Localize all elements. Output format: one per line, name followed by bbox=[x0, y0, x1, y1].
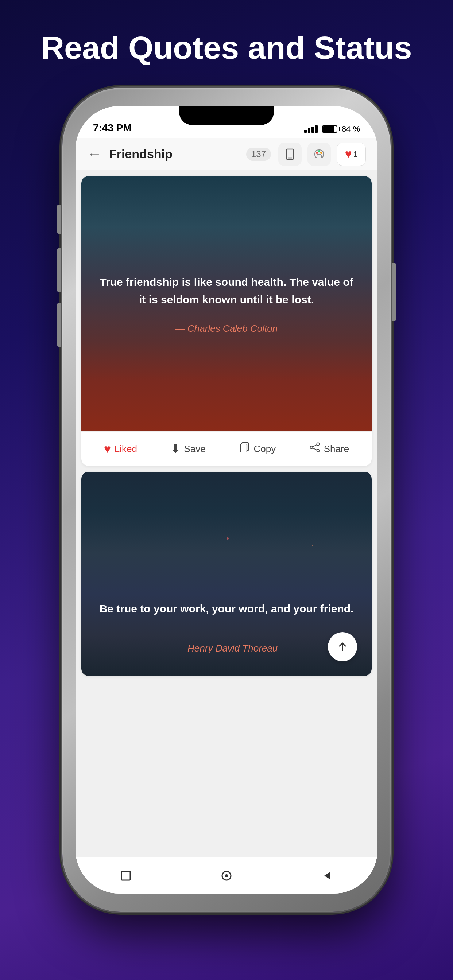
svg-point-16 bbox=[225, 874, 228, 877]
nav-bar: ← Friendship 137 bbox=[75, 138, 378, 170]
phone-screen: 7:43 PM 84 % ← Friendship 137 bbox=[75, 106, 378, 894]
quote-count-badge: 137 bbox=[246, 148, 271, 161]
nav-icons: ♥ 1 bbox=[278, 143, 366, 166]
svg-point-8 bbox=[317, 443, 319, 445]
quote-author-1: — Charles Caleb Colton bbox=[175, 323, 278, 334]
like-label-1: Liked bbox=[115, 443, 137, 455]
quote-card-1: True friendship is like sound health. Th… bbox=[81, 176, 372, 466]
status-time: 7:43 PM bbox=[93, 122, 132, 134]
quote-author-2: — Henry David Thoreau bbox=[175, 643, 278, 654]
copy-label-1: Copy bbox=[254, 443, 276, 455]
svg-rect-7 bbox=[240, 444, 247, 452]
copy-icon bbox=[239, 442, 250, 456]
save-button-1[interactable]: ⬇ Save bbox=[171, 442, 206, 456]
quote-text-1: True friendship is like sound health. Th… bbox=[81, 274, 372, 309]
bottom-square-button[interactable] bbox=[116, 865, 136, 886]
svg-line-11 bbox=[313, 445, 317, 447]
svg-point-10 bbox=[317, 450, 319, 452]
battery-percent: 84 % bbox=[342, 124, 360, 134]
favorites-button[interactable]: ♥ 1 bbox=[337, 143, 366, 166]
share-label-1: Share bbox=[324, 443, 349, 455]
signal-icon bbox=[304, 126, 318, 133]
palette-icon-button[interactable] bbox=[308, 143, 331, 166]
headline: Read Quotes and Status bbox=[19, 29, 434, 66]
share-icon bbox=[309, 442, 320, 456]
nav-title: Friendship bbox=[109, 147, 239, 161]
bottom-home-button[interactable] bbox=[216, 865, 237, 886]
quote-image-1: True friendship is like sound health. Th… bbox=[81, 176, 372, 431]
quote-actions-1: ♥ Liked ⬇ Save Cop bbox=[81, 431, 372, 466]
like-button-1[interactable]: ♥ Liked bbox=[104, 442, 137, 456]
svg-line-12 bbox=[313, 448, 317, 450]
bottom-back-button[interactable] bbox=[317, 865, 337, 886]
quote-card-2: Be true to your work, your word, and you… bbox=[81, 472, 372, 676]
battery-icon: 84 % bbox=[322, 124, 360, 134]
svg-point-2 bbox=[290, 157, 291, 158]
heart-filled-icon: ♥ bbox=[104, 442, 111, 456]
save-label-1: Save bbox=[184, 443, 206, 455]
quote-text-2: Be true to your work, your word, and you… bbox=[82, 600, 371, 617]
status-right: 84 % bbox=[304, 124, 360, 134]
quotes-list: True friendship is like sound health. Th… bbox=[75, 170, 378, 857]
bottom-nav bbox=[75, 857, 378, 894]
svg-marker-17 bbox=[324, 872, 330, 880]
phone-mockup: 7:43 PM 84 % ← Friendship 137 bbox=[62, 88, 391, 912]
favorites-count: 1 bbox=[353, 150, 357, 159]
svg-point-3 bbox=[316, 152, 318, 154]
svg-point-9 bbox=[310, 446, 313, 449]
svg-point-4 bbox=[318, 150, 320, 153]
svg-point-5 bbox=[320, 152, 322, 154]
share-button-1[interactable]: Share bbox=[309, 442, 349, 456]
back-button[interactable]: ← bbox=[87, 146, 102, 162]
svg-rect-14 bbox=[121, 871, 130, 880]
phone-notch bbox=[179, 106, 274, 125]
scroll-top-button[interactable] bbox=[328, 632, 357, 661]
copy-button-1[interactable]: Copy bbox=[239, 442, 276, 456]
save-icon: ⬇ bbox=[171, 442, 180, 456]
scan-icon-button[interactable] bbox=[278, 143, 301, 166]
